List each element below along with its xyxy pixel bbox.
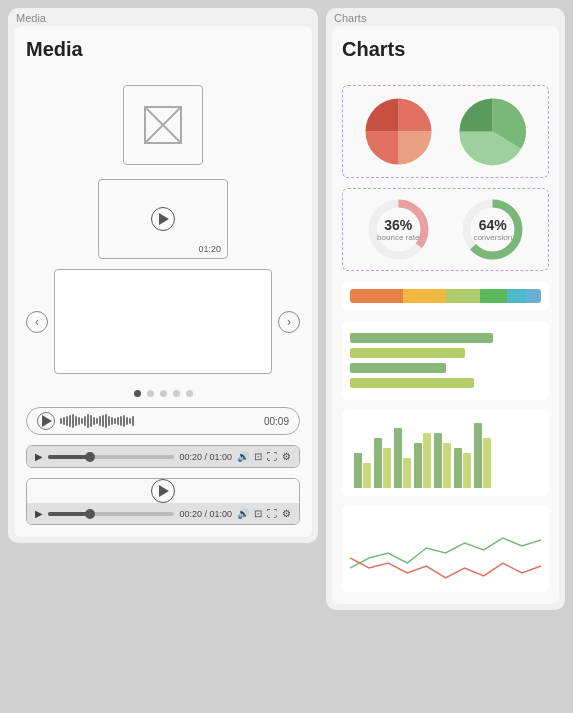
donut-chart-1: 36% bounce rate [366, 197, 431, 262]
video-controls-2: ▶ 00:20 / 01:00 🔊 ⊡ ⛶ ⚙ [27, 503, 299, 524]
video1-screen-icon[interactable]: ⊡ [254, 451, 262, 462]
donut1-sub: bounce rate [377, 233, 419, 242]
video1-volume-icon[interactable]: 🔊 [237, 451, 249, 462]
carousel-dot-5[interactable] [186, 390, 193, 397]
carousel-prev-button[interactable]: ‹ [26, 311, 48, 333]
video1-progress-thumb [85, 452, 95, 462]
audio-player: 00:09 [26, 407, 300, 435]
video-duration: 01:20 [198, 244, 221, 254]
audio-play-button[interactable] [37, 412, 55, 430]
carousel-next-button[interactable]: › [278, 311, 300, 333]
charts-panel-label: Charts [326, 8, 565, 26]
audio-waveform [60, 414, 259, 428]
video1-play-button[interactable]: ▶ [35, 451, 43, 462]
video2-fullscreen-icon[interactable]: ⛶ [267, 508, 277, 519]
line-chart [350, 514, 541, 584]
video-player-2: ▶ 00:20 / 01:00 🔊 ⊡ ⛶ ⚙ [26, 478, 300, 525]
video1-progress-bar[interactable] [48, 455, 174, 459]
charts-panel-inner: Charts [332, 26, 559, 604]
video-screen-2 [27, 479, 299, 503]
video2-play-icon[interactable]: ▶ [35, 508, 43, 519]
carousel-dot-3[interactable] [160, 390, 167, 397]
progress-bar-chart-card [342, 281, 549, 311]
pie-chart-card [342, 85, 549, 178]
video2-volume-icon[interactable]: 🔊 [237, 508, 249, 519]
carousel-slide [54, 269, 272, 374]
vbar-chart [350, 418, 541, 488]
video-player-1: ▶ 00:20 / 01:00 🔊 ⊡ ⛶ ⚙ [26, 445, 300, 468]
charts-panel: Charts Charts [326, 8, 565, 610]
charts-panel-title: Charts [342, 38, 549, 61]
media-panel: Media Media 01:20 ‹ › [8, 8, 318, 543]
progress-bar-chart [350, 289, 541, 303]
line-chart-card [342, 506, 549, 592]
media-panel-inner: Media 01:20 ‹ › [14, 26, 312, 537]
pie-chart-1 [361, 94, 436, 169]
carousel: ‹ › [26, 269, 300, 374]
carousel-dot-1[interactable] [134, 390, 141, 397]
video2-screen-icon[interactable]: ⊡ [254, 508, 262, 519]
donut2-pct: 64% [473, 217, 512, 233]
video1-progress-fill [48, 455, 90, 459]
video2-time: 00:20 / 01:00 [179, 509, 232, 519]
line-chart-svg [350, 518, 541, 588]
media-panel-label: Media [8, 8, 318, 26]
donut2-sub: conversion [473, 233, 512, 242]
video1-fullscreen-icon[interactable]: ⛶ [267, 451, 277, 462]
donut-chart-card: 36% bounce rate 64% conversion [342, 188, 549, 271]
carousel-dot-4[interactable] [173, 390, 180, 397]
video2-play-button[interactable] [151, 479, 175, 503]
play-icon[interactable] [151, 207, 175, 231]
vbar-chart-card [342, 410, 549, 496]
image-placeholder [123, 85, 203, 165]
donut-chart-row: 36% bounce rate 64% conversion [351, 197, 540, 262]
donut1-pct: 36% [377, 217, 419, 233]
video2-progress-fill [48, 512, 90, 516]
hbar-chart [350, 329, 541, 392]
hbar-chart-card [342, 321, 549, 400]
video2-settings-icon[interactable]: ⚙ [282, 508, 291, 519]
pie-chart-row [351, 94, 540, 169]
audio-time: 00:09 [264, 416, 289, 427]
donut-chart-2: 64% conversion [460, 197, 525, 262]
carousel-dot-2[interactable] [147, 390, 154, 397]
video-controls-1: ▶ 00:20 / 01:00 🔊 ⊡ ⛶ ⚙ [27, 446, 299, 467]
video2-progress-thumb [85, 509, 95, 519]
media-panel-title: Media [26, 38, 300, 61]
broken-image-icon [143, 105, 183, 145]
video-thumbnail[interactable]: 01:20 [98, 179, 228, 259]
pie-chart-2 [455, 94, 530, 169]
video1-time: 00:20 / 01:00 [179, 452, 232, 462]
video1-settings-icon[interactable]: ⚙ [282, 451, 291, 462]
carousel-dots [26, 390, 300, 397]
video2-progress-bar[interactable] [48, 512, 174, 516]
